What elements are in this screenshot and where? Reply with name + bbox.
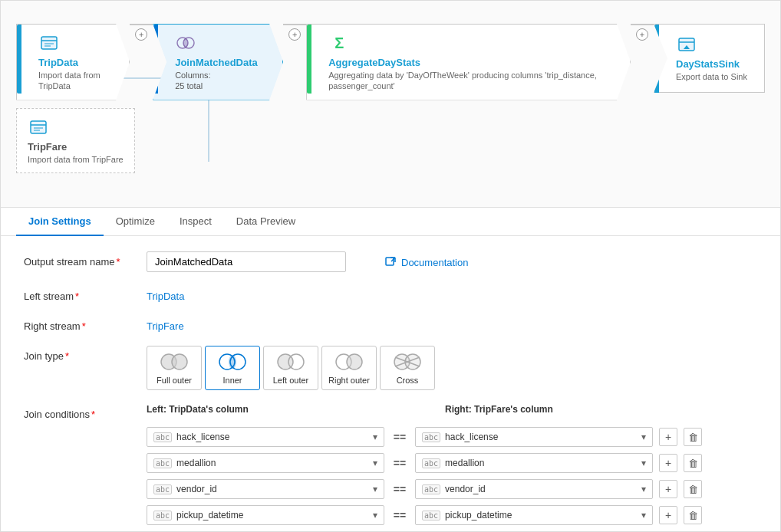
tabs-bar: Join Settings Optimize Inspect Data Prev… — [1, 208, 780, 236]
join-conditions-row: Join conditions* Left: TripData's column… — [24, 404, 757, 531]
main-container: TripFare Import data from TripFare — [0, 0, 781, 532]
join-icon — [175, 32, 196, 54]
left-column-header-wrap: Left: TripData's column — [147, 404, 410, 421]
left-condition-2[interactable]: abc vendor_id ▾ — [147, 479, 384, 499]
add-condition-3[interactable]: + — [659, 506, 677, 524]
condition-row-3: abc pickup_datetime ▾ == abc pickup_date… — [147, 505, 757, 525]
join-conditions-label: Join conditions* — [24, 404, 139, 420]
tripdata-icon — [38, 32, 60, 54]
svg-rect-14 — [386, 258, 394, 265]
right-stream-value[interactable]: TripFare — [147, 316, 184, 332]
left-condition-0[interactable]: abc hack_license ▾ — [147, 427, 384, 447]
left-outer-icon — [274, 351, 308, 373]
trip-fare-node[interactable]: TripFare Import data from TripFare — [16, 108, 135, 173]
trip-fare-subtitle: Import data from TripFare — [28, 154, 124, 165]
svg-point-26 — [347, 354, 362, 369]
sink-bar — [654, 25, 659, 94]
left-condition-1[interactable]: abc medallion ▾ — [147, 453, 384, 473]
sink-title: DayStatsSink — [676, 58, 747, 70]
tripdata-bar — [17, 25, 21, 94]
pipeline-node-join: JoinMatchedData Columns:25 total — [153, 24, 283, 100]
aggregate-subtitle: Aggregating data by 'DayOfTheWeek' produ… — [328, 70, 619, 92]
right-condition-1[interactable]: abc medallion ▾ — [415, 453, 653, 473]
delete-condition-1[interactable]: 🗑 — [684, 454, 702, 472]
aggregate-title: AggregateDayStats — [328, 57, 619, 68]
add-condition-0[interactable]: + — [659, 428, 677, 446]
join-type-right-outer[interactable]: Right outer — [321, 346, 377, 390]
condition-row-0: abc hack_license ▾ == abc hack_license ▾… — [147, 427, 757, 447]
output-stream-label: Output stream name* — [24, 251, 139, 268]
arrow-line-3 — [631, 24, 654, 25]
equals-2: == — [390, 483, 409, 495]
condition-row-2: abc vendor_id ▾ == abc vendor_id ▾ + 🗑 — [147, 479, 757, 499]
right-column-header-wrap: Right: TripFare's column — [445, 404, 708, 421]
join-subtitle: Columns:25 total — [175, 70, 258, 92]
right-condition-3[interactable]: abc pickup_datetime ▾ — [415, 505, 653, 525]
svg-point-19 — [172, 354, 187, 369]
join-title: JoinMatchedData — [175, 57, 258, 68]
full-outer-label: Full outer — [157, 376, 192, 385]
right-stream-row: Right stream* TripFare — [24, 316, 757, 332]
plus-btn-2[interactable]: + — [288, 28, 301, 41]
output-stream-input[interactable] — [147, 251, 346, 272]
sink-subtitle: Export data to Sink — [676, 71, 747, 82]
left-condition-3[interactable]: abc pickup_datetime ▾ — [147, 505, 384, 525]
right-condition-2[interactable]: abc vendor_id ▾ — [415, 479, 653, 499]
pipeline-area: TripFare Import data from TripFare — [1, 1, 780, 208]
delete-condition-2[interactable]: 🗑 — [684, 480, 702, 498]
inner-icon — [216, 351, 249, 373]
plus-btn-1[interactable]: + — [135, 28, 147, 41]
condition-row-1: abc medallion ▾ == abc medallion ▾ + 🗑 — [147, 453, 757, 473]
delete-condition-3[interactable]: 🗑 — [684, 506, 702, 524]
trip-fare-title: TripFare — [28, 141, 67, 153]
tab-data-preview[interactable]: Data Preview — [224, 208, 308, 236]
sink-box[interactable]: DayStatsSink Export data to Sink — [654, 24, 765, 93]
pipeline-node-tripdata: TripData Import data from TripData — [16, 24, 130, 100]
conditions-container: Left: TripData's column Right: TripFare'… — [147, 404, 757, 531]
left-stream-label: Left stream* — [24, 286, 139, 302]
join-type-buttons: Full outer Inner — [147, 346, 435, 390]
cross-icon — [390, 351, 424, 373]
output-stream-row: Output stream name* Documentation — [24, 251, 757, 272]
aggregate-icon: Σ — [328, 32, 350, 54]
delete-condition-0[interactable]: 🗑 — [684, 428, 702, 446]
connector-3: + — [631, 24, 654, 25]
svg-rect-4 — [41, 37, 57, 49]
join-box[interactable]: JoinMatchedData Columns:25 total — [153, 24, 283, 100]
pipeline-nodes: TripData Import data from TripData + — [16, 24, 765, 100]
equals-3: == — [390, 509, 409, 521]
settings-panel: Output stream name* Documentation Left s… — [1, 236, 780, 531]
tab-join-settings[interactable]: Join Settings — [16, 208, 104, 236]
svg-rect-0 — [31, 121, 46, 133]
right-condition-0[interactable]: abc hack_license ▾ — [415, 427, 653, 447]
trip-fare-icon — [28, 117, 49, 138]
tripdata-box[interactable]: TripData Import data from TripData — [16, 24, 130, 100]
connector-1: + — [130, 24, 153, 25]
left-stream-row: Left stream* TripData — [24, 286, 757, 302]
tripdata-title: TripData — [38, 57, 118, 68]
join-type-full-outer[interactable]: Full outer — [147, 346, 202, 390]
tab-optimize[interactable]: Optimize — [104, 208, 167, 236]
add-condition-1[interactable]: + — [659, 454, 677, 472]
right-stream-label: Right stream* — [24, 316, 139, 332]
doc-link[interactable]: Documentation — [384, 251, 468, 268]
svg-point-10 — [183, 38, 188, 48]
join-bar — [153, 25, 158, 94]
plus-btn-3[interactable]: + — [636, 28, 648, 41]
external-link-icon — [384, 256, 397, 268]
tab-inspect[interactable]: Inspect — [167, 208, 224, 236]
left-column-header: Left: TripData's column — [147, 404, 410, 415]
join-type-inner[interactable]: Inner — [205, 346, 260, 390]
svg-point-22 — [229, 355, 236, 369]
add-condition-2[interactable]: + — [659, 480, 677, 498]
join-type-left-outer[interactable]: Left outer — [263, 346, 318, 390]
join-type-cross[interactable]: Cross — [380, 346, 435, 390]
arrow-line-1 — [130, 24, 153, 25]
aggregate-bar — [307, 25, 311, 94]
join-type-row: Join type* Full outer — [24, 346, 757, 390]
right-column-header: Right: TripFare's column — [445, 404, 708, 415]
connector-2: + — [283, 24, 306, 25]
left-stream-value[interactable]: TripData — [147, 286, 184, 302]
aggregate-box[interactable]: Σ AggregateDayStats Aggregating data by … — [306, 24, 631, 100]
right-outer-label: Right outer — [328, 376, 370, 385]
